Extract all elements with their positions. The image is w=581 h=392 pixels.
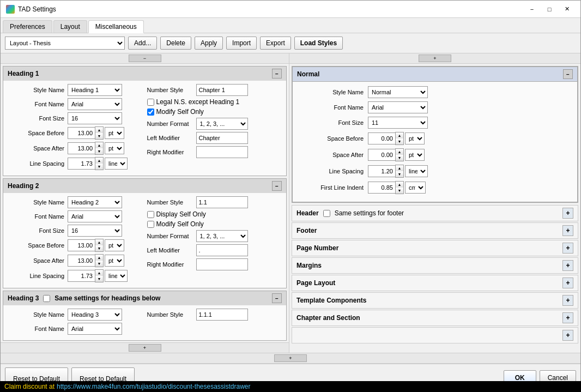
load-styles-button[interactable]: Load Styles — [294, 37, 343, 50]
n-space-before-input[interactable] — [368, 132, 395, 144]
h2-number-style-input[interactable] — [196, 196, 248, 208]
h1-left-modifier-input[interactable] — [196, 132, 248, 144]
h2-line-spacing-down[interactable]: ▼ — [95, 276, 103, 282]
h2-space-before-input[interactable] — [68, 239, 95, 251]
center-collapse-btn[interactable]: + — [274, 354, 307, 362]
h1-space-before-unit[interactable]: pt — [105, 127, 124, 139]
chapter-section-row[interactable]: Chapter and Section + — [292, 310, 578, 326]
h2-space-before-unit[interactable]: pt — [105, 239, 124, 251]
h3-number-style-input[interactable] — [196, 309, 248, 321]
maximize-button[interactable]: □ — [541, 4, 558, 15]
n-font-size-select[interactable]: 11 — [368, 117, 428, 129]
template-components-section-row[interactable]: Template Components + — [292, 292, 578, 309]
n-line-spacing-unit[interactable]: line — [405, 165, 428, 177]
import-button[interactable]: Import — [226, 37, 257, 50]
heading1-collapse-btn[interactable]: − — [272, 69, 282, 79]
h1-space-before-input[interactable] — [68, 127, 95, 139]
h2-font-size-select[interactable]: 16 — [68, 225, 122, 237]
h3-font-name-select[interactable]: Arial — [68, 323, 122, 335]
h2-style-name-select[interactable]: Heading 2 — [68, 196, 122, 208]
h2-font-name-select[interactable]: Arial — [68, 210, 122, 222]
n-space-before-up[interactable]: ▲ — [396, 132, 403, 138]
h2-space-before-down[interactable]: ▼ — [95, 245, 103, 251]
h1-space-before-down[interactable]: ▼ — [95, 133, 103, 139]
h2-line-spacing-input[interactable] — [68, 270, 95, 282]
n-first-line-indent-up[interactable]: ▲ — [396, 182, 403, 188]
h1-space-after-unit[interactable]: pt — [105, 142, 124, 154]
n-style-name-select[interactable]: Normal — [368, 86, 428, 98]
h1-number-style-input[interactable] — [196, 84, 248, 96]
n-line-spacing-input[interactable] — [368, 165, 395, 177]
apply-button[interactable]: Apply — [195, 37, 223, 50]
collapse-top-btn[interactable]: − — [129, 55, 161, 62]
h1-space-after-down[interactable]: ▼ — [95, 148, 103, 154]
promo-url[interactable]: https://www.make4fun.com/tujiastudio/dis… — [57, 383, 251, 390]
h1-font-name-select[interactable]: Arial — [68, 98, 122, 110]
h1-line-spacing-input[interactable] — [68, 158, 95, 170]
header-expand-btn[interactable]: + — [562, 208, 573, 219]
h2-space-after-up[interactable]: ▲ — [95, 255, 103, 261]
close-button[interactable]: ✕ — [559, 4, 575, 15]
h1-font-size-select[interactable]: 16 — [68, 112, 122, 124]
tab-layout[interactable]: Layout — [53, 20, 87, 33]
tab-preferences[interactable]: Preferences — [3, 20, 52, 33]
h2-space-before-up[interactable]: ▲ — [95, 239, 103, 245]
h2-space-after-down[interactable]: ▼ — [95, 261, 103, 267]
h1-style-name-select[interactable]: Heading 1 — [68, 84, 122, 96]
h1-line-spacing-unit[interactable]: line — [105, 158, 128, 170]
footer-expand-btn[interactable]: + — [562, 225, 573, 236]
h2-line-spacing-unit[interactable]: line — [105, 270, 128, 282]
n-space-after-up[interactable]: ▲ — [396, 149, 403, 155]
template-components-expand-btn[interactable]: + — [562, 295, 573, 306]
n-space-before-unit[interactable]: pt — [405, 132, 425, 144]
h1-modify-self-checkbox[interactable] — [147, 108, 154, 116]
extra-section-row[interactable]: + — [292, 327, 578, 343]
expand-bottom-btn[interactable]: + — [129, 344, 161, 352]
n-space-before-down[interactable]: ▼ — [396, 138, 403, 144]
h2-right-modifier-input[interactable] — [196, 258, 248, 270]
h1-legal-ns-checkbox[interactable] — [147, 99, 154, 106]
h1-space-before-up[interactable]: ▲ — [95, 127, 103, 133]
h2-left-modifier-input[interactable] — [196, 244, 248, 256]
h1-line-spacing-up[interactable]: ▲ — [95, 158, 103, 164]
n-space-after-input[interactable] — [368, 149, 395, 161]
h2-space-after-unit[interactable]: pt — [105, 255, 124, 267]
extra-section-expand-btn[interactable]: + — [562, 330, 573, 341]
page-layout-section-row[interactable]: Page Layout + — [292, 275, 578, 291]
page-number-section-row[interactable]: Page Number + — [292, 240, 578, 256]
delete-button[interactable]: Delete — [160, 37, 191, 50]
n-first-line-indent-unit[interactable]: cm — [405, 182, 426, 194]
h2-line-spacing-up[interactable]: ▲ — [95, 270, 103, 276]
n-line-spacing-down[interactable]: ▼ — [396, 171, 403, 177]
tab-miscellaneous[interactable]: Miscellaneous — [88, 20, 144, 33]
margins-section-row[interactable]: Margins + — [292, 257, 578, 274]
export-button[interactable]: Export — [260, 37, 291, 50]
h2-display-self-checkbox[interactable] — [147, 211, 154, 218]
chapter-section-expand-btn[interactable]: + — [562, 312, 573, 323]
h1-right-modifier-input[interactable] — [196, 146, 248, 158]
h1-number-format-select[interactable]: 1, 2, 3, ... — [196, 118, 248, 130]
n-first-line-indent-down[interactable]: ▼ — [396, 188, 403, 194]
footer-section-row[interactable]: Footer + — [292, 222, 578, 239]
margins-expand-btn[interactable]: + — [562, 260, 573, 271]
n-font-name-select[interactable]: Arial — [368, 101, 428, 113]
n-line-spacing-up[interactable]: ▲ — [396, 165, 403, 171]
heading2-collapse-btn[interactable]: − — [272, 181, 282, 191]
n-space-after-down[interactable]: ▼ — [396, 155, 403, 161]
h2-number-format-select[interactable]: 1, 2, 3, ... — [196, 230, 248, 242]
page-number-expand-btn[interactable]: + — [562, 243, 573, 254]
right-collapse-top-btn[interactable]: + — [419, 55, 451, 62]
layout-select[interactable]: Layout - Thesis — [5, 37, 125, 50]
h2-space-after-input[interactable] — [68, 255, 95, 267]
normal-collapse-btn[interactable]: − — [563, 69, 573, 79]
h3-style-name-select[interactable]: Heading 3 — [68, 309, 122, 321]
h1-space-after-up[interactable]: ▲ — [95, 142, 103, 148]
minimize-button[interactable]: − — [524, 4, 540, 15]
add-button[interactable]: Add... — [128, 37, 157, 50]
heading3-same-settings-checkbox[interactable] — [43, 295, 50, 302]
n-space-after-unit[interactable]: pt — [405, 149, 425, 161]
header-same-footer-checkbox[interactable] — [323, 210, 330, 217]
n-first-line-indent-input[interactable] — [368, 182, 395, 194]
h1-space-after-input[interactable] — [68, 142, 95, 154]
h1-line-spacing-down[interactable]: ▼ — [95, 164, 103, 170]
